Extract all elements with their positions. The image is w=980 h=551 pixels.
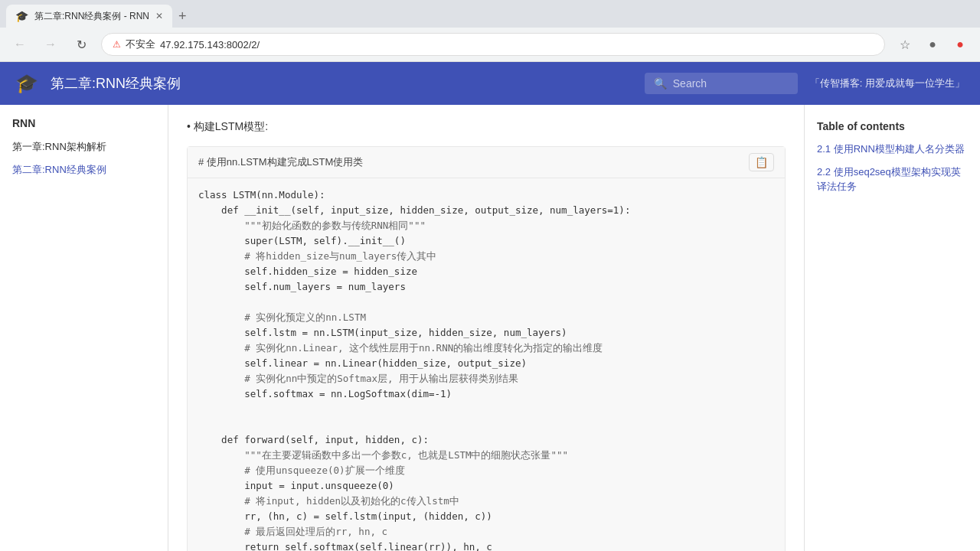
header-tagline: 「传智播客: 用爱成就每一位学生」 [810,77,965,90]
toc-item-1[interactable]: 2.1 使用RNN模型构建人名分类器 [817,142,968,157]
insecure-icon: ⚠ [113,39,121,50]
sidebar: RNN 第一章:RNN架构解析 第二章:RNN经典案例 [0,105,168,551]
toc-title: Table of contents [817,120,968,132]
back-button[interactable]: ← [9,34,31,55]
code-title: # 使用nn.LSTM构建完成LSTM使用类 [198,155,363,169]
tab-favicon: 🎓 [15,10,28,22]
toc-item-2[interactable]: 2.2 使用seq2seq模型架构实现英译法任务 [817,165,968,194]
browser-chrome: 🎓 第二章:RNN经典案例 - RNN ✕ + ← → ↻ ⚠ 不安全 47.9… [0,0,980,62]
app-title: 第二章:RNN经典案例 [51,74,632,93]
insecure-label: 不安全 [126,37,155,51]
profile-button[interactable]: ● [922,34,943,55]
url-bar[interactable]: ⚠ 不安全 47.92.175.143:8002/2/ [101,33,885,56]
search-icon: 🔍 [654,77,667,90]
app-header: 🎓 第二章:RNN经典案例 🔍 「传智播客: 用爱成就每一位学生」 [0,62,980,105]
bookmark-button[interactable]: ☆ [894,34,916,55]
address-bar: ← → ↻ ⚠ 不安全 47.92.175.143:8002/2/ ☆ ● ● [0,28,980,61]
search-box[interactable]: 🔍 [645,73,798,94]
breadcrumb: • 构建LSTM模型: [187,120,786,134]
table-of-contents: Table of contents 2.1 使用RNN模型构建人名分类器 2.2… [804,105,980,551]
code-header: # 使用nn.LSTM构建完成LSTM使用类 📋 [188,147,785,178]
browser-actions: ☆ ● ● [894,34,971,55]
tab-bar: 🎓 第二章:RNN经典案例 - RNN ✕ + [0,0,980,28]
app-logo: 🎓 [15,73,38,94]
sidebar-title: RNN [0,117,168,135]
tab-title: 第二章:RNN经典案例 - RNN [34,10,149,23]
search-input[interactable] [673,77,789,90]
sidebar-item-chapter2[interactable]: 第二章:RNN经典案例 [0,158,168,181]
copy-button[interactable]: 📋 [749,153,774,171]
forward-button[interactable]: → [40,34,61,55]
active-tab[interactable]: 🎓 第二章:RNN经典案例 - RNN ✕ [6,5,172,28]
sidebar-item-chapter1[interactable]: 第一章:RNN架构解析 [0,135,168,158]
reload-button[interactable]: ↻ [70,34,92,55]
app-body: RNN 第一章:RNN架构解析 第二章:RNN经典案例 • 构建LSTM模型: … [0,105,980,551]
code-block: # 使用nn.LSTM构建完成LSTM使用类 📋 class LSTM(nn.M… [187,146,786,551]
main-content: • 构建LSTM模型: # 使用nn.LSTM构建完成LSTM使用类 📋 cla… [168,105,804,551]
new-tab-button[interactable]: + [172,8,193,24]
tab-close-button[interactable]: ✕ [155,11,163,21]
extension-button[interactable]: ● [949,34,971,55]
code-body: class LSTM(nn.Module): def __init__(self… [188,178,785,551]
url-text: 47.92.175.143:8002/2/ [160,39,260,51]
